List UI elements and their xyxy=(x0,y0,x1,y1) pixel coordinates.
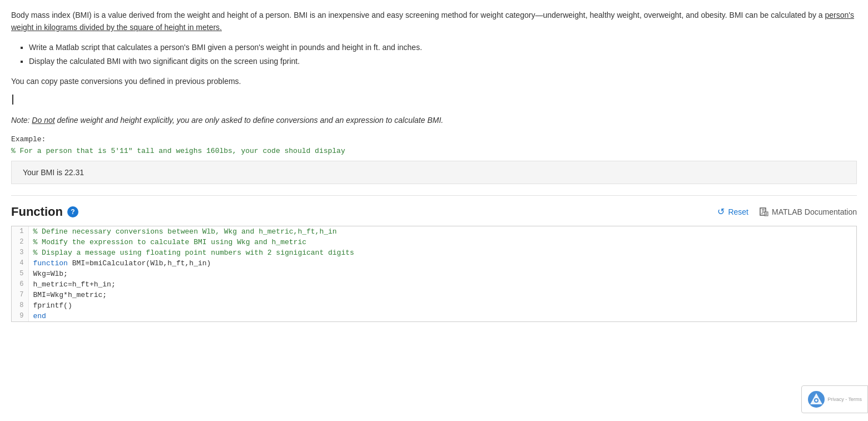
line-number-9: 9 xyxy=(12,311,28,321)
cursor-indicator xyxy=(12,92,857,108)
copy-paste-note: You can copy paste conversions you defin… xyxy=(11,75,857,87)
line-number-4: 4 xyxy=(12,258,28,269)
bullet-list: Write a Matlab script that calculates a … xyxy=(29,41,857,68)
note-do-not: Do not xyxy=(32,116,54,125)
code-line-2: 2 % Modify the expression to calculate B… xyxy=(12,237,856,247)
svg-rect-2 xyxy=(762,210,765,211)
code-content-6: h_metric=h_ft+h_in; xyxy=(28,279,856,290)
code-line-9: 9 end xyxy=(12,311,856,321)
reset-icon: ↺ xyxy=(717,206,725,217)
note-rest: define weight and height explicitly, you… xyxy=(55,116,444,125)
line-number-8: 8 xyxy=(12,300,28,311)
keyword-function: function xyxy=(33,259,68,268)
svg-rect-8 xyxy=(765,215,766,215)
code-line-1: 1 % Define necessary conversions between… xyxy=(12,226,856,237)
function-title-text: Function xyxy=(11,205,63,219)
code-content-8: fprintf() xyxy=(28,300,856,311)
code-line-8: 8 fprintf() xyxy=(12,300,856,311)
code-line-7: 7 BMI=Wkg*h_metric; xyxy=(12,290,856,300)
reset-label: Reset xyxy=(728,207,748,216)
code-content-5: Wkg=Wlb; xyxy=(28,269,856,279)
code-line-3: 3 % Display a message using floating poi… xyxy=(12,247,856,258)
code-content-4: function BMI=bmiCalculator(Wlb,h_ft,h_in… xyxy=(28,258,856,269)
code-lines: 1 % Define necessary conversions between… xyxy=(12,226,856,321)
svg-rect-1 xyxy=(762,209,765,210)
reset-button[interactable]: ↺ Reset xyxy=(717,206,748,217)
matlab-documentation-button[interactable]: MATLAB Documentation xyxy=(760,207,857,216)
code-editor[interactable]: 1 % Define necessary conversions between… xyxy=(11,226,857,322)
line-number-1: 1 xyxy=(12,226,28,237)
code-line-5: 5 Wkg=Wlb; xyxy=(12,269,856,279)
help-icon[interactable]: ? xyxy=(67,206,78,217)
code-content-3: % Display a message using floating point… xyxy=(28,247,856,258)
function-header: Function ? ↺ Reset MATLAB Documentation xyxy=(11,205,857,219)
function-title-area: Function ? xyxy=(11,205,78,219)
line-number-5: 5 xyxy=(12,269,28,279)
example-label: Example: xyxy=(11,135,857,143)
svg-rect-3 xyxy=(762,212,765,212)
intro-paragraph: Body mass index (BMI) is a value derived… xyxy=(11,9,857,34)
code-content-7: BMI=Wkg*h_metric; xyxy=(28,290,856,300)
bullet-item-1: Write a Matlab script that calculates a … xyxy=(29,41,857,55)
example-code-comment: % For a person that is 5'11" tall and we… xyxy=(11,146,857,156)
line-number-2: 2 xyxy=(12,237,28,247)
header-actions: ↺ Reset MATLAB Documentation xyxy=(717,206,857,217)
line-number-6: 6 xyxy=(12,279,28,290)
svg-rect-4 xyxy=(761,213,763,214)
code-line-4: 4 function BMI=bmiCalculator(Wlb,h_ft,h_… xyxy=(12,258,856,269)
svg-rect-7 xyxy=(765,214,767,214)
code-line-6: 6 h_metric=h_ft+h_in; xyxy=(12,279,856,290)
italic-note: Note: Do not define weight and height ex… xyxy=(11,114,857,126)
matlab-doc-icon xyxy=(760,207,768,216)
matlab-doc-label: MATLAB Documentation xyxy=(772,207,857,216)
example-section: Example: % For a person that is 5'11" ta… xyxy=(11,135,857,156)
code-content-9: end xyxy=(28,311,856,321)
bullet-item-2: Display the calculated BMI with two sign… xyxy=(29,55,857,68)
keyword-end: end xyxy=(33,312,46,320)
line-number-7: 7 xyxy=(12,290,28,300)
section-divider xyxy=(11,195,857,196)
output-box: Your BMI is 22.31 xyxy=(11,161,857,184)
svg-rect-6 xyxy=(765,212,767,213)
line-number-3: 3 xyxy=(12,247,28,258)
intro-text-before-link: Body mass index (BMI) is a value derived… xyxy=(11,11,823,19)
function-signature: BMI=bmiCalculator(Wlb,h_ft,h_in) xyxy=(68,259,211,268)
code-content-2: % Modify the expression to calculate BMI… xyxy=(28,237,856,247)
note-prefix: Note: xyxy=(11,116,32,125)
code-content-1: % Define necessary conversions between W… xyxy=(28,226,856,237)
